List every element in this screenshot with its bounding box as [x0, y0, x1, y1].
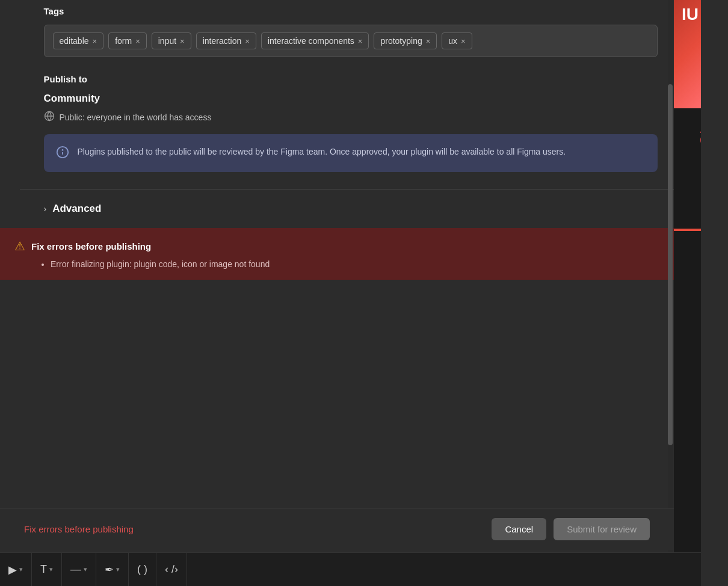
publish-section: Publish to Community Public: everyone in…	[44, 74, 658, 172]
dialog-content: Tags editable × form × input ×	[20, 0, 682, 228]
advanced-label: Advanced	[52, 203, 101, 215]
warning-icon: ⚠	[14, 239, 25, 253]
advanced-section[interactable]: › Advanced	[44, 190, 658, 228]
scrollbar-track[interactable]	[668, 0, 673, 586]
tag-remove-input[interactable]: ×	[180, 37, 185, 45]
tag-text-input: input	[158, 36, 176, 46]
chevron-right-icon: ›	[44, 204, 47, 214]
error-item: Error finalizing plugin: plugin code, ic…	[51, 259, 686, 269]
fix-errors-link[interactable]: Fix errors before publishing	[24, 524, 134, 534]
arrow-chevron: ▾	[19, 566, 23, 573]
community-label: Community	[44, 93, 658, 105]
info-icon	[56, 145, 69, 161]
toolbar-btn-pen[interactable]: ✒ ▾	[96, 553, 129, 586]
tag-text-form: form	[115, 36, 132, 46]
tag-remove-prototyping[interactable]: ×	[426, 37, 431, 45]
toolbar-btn-code[interactable]: ‹ /›	[156, 553, 187, 586]
tag-text-interactive-components: interactive components	[268, 36, 354, 46]
public-access-row: Public: everyone in the world has access	[44, 111, 658, 123]
bottom-toolbar: ▶ ▾ T ▾ — ▾ ✒ ▾ ( ) ‹ /›	[0, 552, 701, 586]
tag-remove-interactive-components[interactable]: ×	[358, 37, 363, 45]
tag-chip-prototyping: prototyping ×	[374, 32, 437, 49]
tag-chip-editable: editable ×	[53, 32, 104, 49]
footer-buttons: Cancel Submit for review	[492, 518, 650, 540]
tags-container: editable × form × input × interaction ×	[44, 25, 658, 57]
tag-text-editable: editable	[60, 36, 89, 46]
main-panel: IU Sta s! mm Tags editable × form ×	[0, 0, 701, 586]
tag-remove-ux[interactable]: ×	[461, 37, 466, 45]
scrollbar-thumb[interactable]	[668, 84, 673, 445]
tag-text-ux: ux	[448, 36, 457, 46]
right-panel-text-1: Sta	[697, 120, 701, 144]
text-icon: T	[40, 563, 47, 576]
info-box: Plugins published to the public will be …	[44, 134, 658, 172]
info-text: Plugins published to the public will be …	[78, 145, 566, 158]
right-panel-accent: IU	[674, 0, 701, 108]
tag-remove-interaction[interactable]: ×	[245, 37, 250, 45]
error-banner: ⚠ Fix errors before publishing Error fin…	[0, 228, 701, 280]
toolbar-btn-text[interactable]: T ▾	[32, 553, 62, 586]
toolbar-btn-shapes[interactable]: ( )	[129, 553, 156, 586]
pen-icon: ✒	[105, 563, 114, 576]
footer: Fix errors before publishing Cancel Subm…	[0, 508, 674, 550]
tag-chip-ux: ux ×	[442, 32, 472, 49]
tag-text-interaction: interaction	[203, 36, 242, 46]
tags-section: Tags editable × form × input ×	[44, 6, 658, 57]
line-icon: —	[70, 563, 81, 576]
tag-text-prototyping: prototyping	[380, 36, 422, 46]
tag-remove-form[interactable]: ×	[135, 37, 140, 45]
cancel-button[interactable]: Cancel	[492, 518, 546, 540]
error-title: Fix errors before publishing	[31, 241, 151, 251]
tag-chip-form: form ×	[108, 32, 147, 49]
line-chevron: ▾	[84, 566, 87, 573]
shapes-icon: ( )	[137, 563, 147, 576]
right-panel: IU Sta s! mm	[674, 0, 701, 586]
error-title-row: ⚠ Fix errors before publishing	[14, 239, 686, 253]
public-access-text: Public: everyone in the world has access	[60, 113, 212, 122]
publish-to-label: Publish to	[44, 74, 658, 84]
toolbar-btn-line[interactable]: — ▾	[62, 553, 96, 586]
text-chevron: ▾	[49, 566, 53, 573]
pen-chevron: ▾	[116, 566, 120, 573]
toolbar-btn-arrow[interactable]: ▶ ▾	[0, 553, 32, 586]
right-accent-bar	[674, 229, 701, 231]
submit-button[interactable]: Submit for review	[554, 518, 650, 540]
tag-remove-editable[interactable]: ×	[93, 37, 97, 45]
tag-chip-interactive-components: interactive components ×	[261, 32, 369, 49]
arrow-icon: ▶	[8, 563, 17, 576]
code-icon: ‹ /›	[165, 563, 178, 576]
globe-icon	[44, 111, 55, 123]
tags-label: Tags	[44, 6, 658, 16]
tag-chip-interaction: interaction ×	[196, 32, 256, 49]
tag-chip-input: input ×	[152, 32, 191, 49]
